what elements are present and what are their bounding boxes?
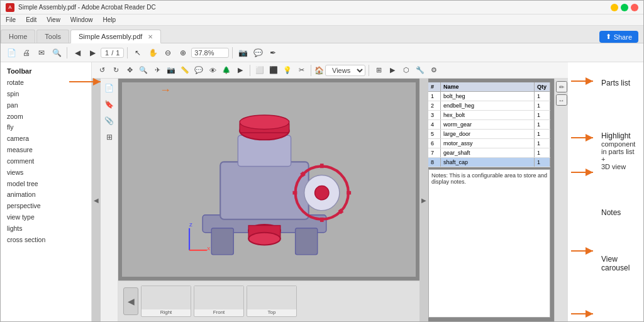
sidebar-bookmarks-btn[interactable]: 🔖 xyxy=(103,97,116,111)
left-item-lights: lights xyxy=(7,223,85,235)
carousel-thumb-right-preview xyxy=(142,286,191,309)
parts-row-8-highlighted[interactable]: 8 shaft_cap 1 xyxy=(428,158,550,167)
page-current[interactable]: 1 xyxy=(105,49,109,57)
toolbar-3d: ↺ ↻ ✥ 🔍 ✈ 📷 📏 💬 👁 🌲 ▶ ⬜ ⬛ 💡 ✂ 🏠 Vie xyxy=(92,62,568,79)
tab-pdf[interactable]: Simple Assembly.pdf ✕ xyxy=(70,30,161,43)
menu-file[interactable]: File xyxy=(6,16,16,23)
left-item-viewtype: view type xyxy=(7,212,85,223)
toolbar-next-btn[interactable]: ▶ xyxy=(86,46,99,60)
3d-toolbar-sep xyxy=(250,65,250,76)
left-item-views: views xyxy=(7,167,85,179)
parts-row-1[interactable]: 1 bolt_heg 1 xyxy=(428,92,550,101)
zoom-input[interactable] xyxy=(191,48,229,58)
3d-rotate-btn[interactable]: ↺ xyxy=(96,64,108,77)
toolbar-pen-btn[interactable]: ✒ xyxy=(266,46,280,60)
parts-row-6[interactable]: 6 motor_assy 1 xyxy=(428,139,550,148)
parts-row-5[interactable]: 5 large_door 1 xyxy=(428,130,550,139)
3d-comment-btn[interactable]: 💬 xyxy=(192,64,205,77)
parts-qty-1: 1 xyxy=(535,92,550,101)
sidebar-layers-btn[interactable]: ⊞ xyxy=(103,130,116,144)
3d-extra2-btn[interactable]: 🔧 xyxy=(414,64,426,77)
application-window: A Simple Assembly.pdf - Adobe Acrobat Re… xyxy=(0,0,644,322)
parts-num-4: 4 xyxy=(428,120,441,129)
share-label: Share xyxy=(614,33,632,41)
share-button[interactable]: ⬆ Share xyxy=(599,31,638,43)
parts-row-7[interactable]: 7 gear_shaft 1 xyxy=(428,148,550,158)
3d-camera-btn[interactable]: 📷 xyxy=(165,64,177,77)
menu-view[interactable]: View xyxy=(47,16,60,23)
3d-perspective-btn[interactable]: ⬜ xyxy=(253,64,266,77)
view-carousel: ◀ Right Front Top xyxy=(118,280,419,321)
toolbar-email-btn[interactable]: ✉ xyxy=(35,46,48,60)
3d-viewport[interactable]: x z → xyxy=(122,82,416,277)
3d-zoom-btn[interactable]: 🔍 xyxy=(137,64,150,77)
parts-list-annotation-label: Parts list xyxy=(601,79,638,87)
parts-qty-7: 1 xyxy=(535,148,550,157)
highlight-annotation-detail: componentin parts list +3D view xyxy=(601,140,638,170)
carousel-thumb-top[interactable]: Top xyxy=(247,286,297,317)
minimize-button[interactable] xyxy=(611,4,618,11)
sidebar-paperclip-btn[interactable]: 📎 xyxy=(103,114,116,128)
3d-extra1-btn[interactable]: ⬡ xyxy=(400,64,413,77)
3d-views-btn[interactable]: 👁 xyxy=(206,64,219,77)
toolbar-zoom-in-btn[interactable]: ⊕ xyxy=(176,46,190,60)
parts-row-4[interactable]: 4 worm_gear 1 xyxy=(428,120,550,130)
toolbar-separator-1 xyxy=(67,47,67,58)
parts-row-2[interactable]: 2 endbell_heg 1 xyxy=(428,101,550,111)
left-item-rotate: rotate xyxy=(7,77,85,89)
3d-extra3-btn[interactable]: ⚙ xyxy=(428,64,440,77)
maximize-button[interactable] xyxy=(621,4,628,11)
3d-fly-btn[interactable]: ✈ xyxy=(151,64,164,77)
close-button[interactable] xyxy=(631,4,638,11)
toolbar-print-btn[interactable]: 🖨 xyxy=(19,46,33,60)
share-icon: ⬆ xyxy=(606,33,611,41)
3d-play-btn[interactable]: ▶ xyxy=(386,64,399,77)
svg-point-19 xyxy=(248,233,280,245)
menu-window[interactable]: Window xyxy=(70,16,93,23)
parts-qty-6: 1 xyxy=(535,139,550,148)
mid-collapse-handle[interactable]: ▶ xyxy=(419,79,428,321)
tab-tools[interactable]: Tools xyxy=(36,30,69,43)
toolbar-select-btn[interactable]: ↖ xyxy=(131,46,145,60)
tab-home[interactable]: Home xyxy=(1,30,35,43)
toolbar-snapshot-btn[interactable]: 📷 xyxy=(236,46,250,60)
menu-edit[interactable]: Edit xyxy=(26,16,36,23)
toolbar-zoom-out-btn[interactable]: ⊖ xyxy=(161,46,175,60)
parts-row-3[interactable]: 3 hex_bolt 1 xyxy=(428,111,550,120)
title-bar: A Simple Assembly.pdf - Adobe Acrobat Re… xyxy=(1,1,643,14)
notes-text: Notes: This is a configurable area to st… xyxy=(429,170,550,187)
toolbar-comment-btn[interactable]: 💬 xyxy=(251,46,265,60)
3d-pan-btn[interactable]: ✥ xyxy=(123,64,136,77)
right-sidebar-plus-btn[interactable]: ↔ xyxy=(556,94,567,106)
parts-col-num: # xyxy=(428,82,441,91)
3d-measure-btn[interactable]: 📏 xyxy=(179,64,191,77)
views-dropdown[interactable]: Views xyxy=(325,65,365,76)
parts-name-6: motor_assy xyxy=(441,139,535,148)
left-item-spin: spin xyxy=(7,89,85,100)
menu-help[interactable]: Help xyxy=(103,16,116,23)
carousel-thumb-front[interactable]: Front xyxy=(194,286,244,317)
carousel-thumb-right[interactable]: Right xyxy=(141,286,191,317)
3d-anim-btn[interactable]: ▶ xyxy=(234,64,247,77)
tab-close-icon[interactable]: ✕ xyxy=(148,33,153,40)
parts-qty-2: 1 xyxy=(535,101,550,110)
carousel-left-arrow[interactable]: ◀ xyxy=(123,287,138,315)
left-collapse-handle[interactable]: ◀ xyxy=(92,79,101,321)
3d-crosssec-btn[interactable]: ✂ xyxy=(295,64,308,77)
toolbar-hand-btn[interactable]: ✋ xyxy=(146,46,160,60)
parts-list-header: # Name Qty xyxy=(428,82,550,92)
parts-qty-8: 1 xyxy=(535,158,550,167)
parts-num-2: 2 xyxy=(428,101,441,110)
toolbar-search-btn[interactable]: 🔍 xyxy=(50,46,64,60)
3d-grid-btn[interactable]: ⊞ xyxy=(372,64,385,77)
toolbar-separator-3 xyxy=(232,47,233,58)
3d-lights-btn[interactable]: 💡 xyxy=(281,64,294,77)
right-sidebar-edit-btn[interactable]: ✏ xyxy=(556,81,567,92)
sidebar-pages-btn[interactable]: 📄 xyxy=(103,81,116,95)
3d-spin-btn[interactable]: ↻ xyxy=(109,64,122,77)
toolbar-prev-btn[interactable]: ◀ xyxy=(70,46,84,60)
left-item-fly: fly xyxy=(7,122,85,133)
3d-modeltree-btn[interactable]: 🌲 xyxy=(220,64,233,77)
3d-viewtype-btn[interactable]: ⬛ xyxy=(267,64,280,77)
toolbar-new-btn[interactable]: 📄 xyxy=(4,46,18,60)
